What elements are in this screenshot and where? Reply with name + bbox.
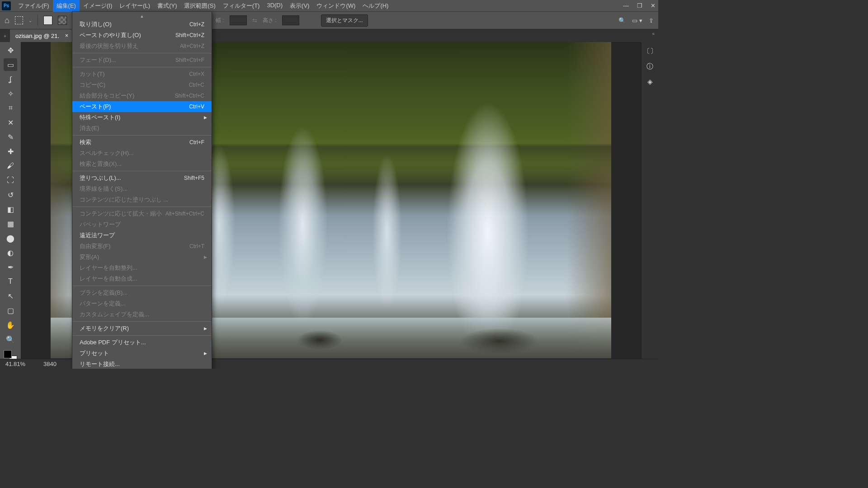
close-button[interactable]: ✕ bbox=[651, 2, 656, 9]
marquee-tool-icon[interactable] bbox=[15, 16, 23, 24]
tool-magic[interactable]: ✧ bbox=[4, 87, 17, 100]
option-width-input[interactable] bbox=[230, 15, 247, 25]
option-height-input[interactable] bbox=[282, 15, 299, 25]
tool-eyedrop[interactable]: ✎ bbox=[4, 131, 17, 143]
menu-書式[interactable]: 書式(Y) bbox=[154, 0, 180, 12]
toolbox: ✥▭ʆ✧⌗✕✎✚🖌⛶↺◧▦⬤◐✒T↖▢✋🔍 bbox=[0, 42, 21, 369]
menu-item[interactable]: メモリをクリア(R) bbox=[72, 323, 212, 334]
menu-ウィンドウ[interactable]: ウィンドウ(W) bbox=[313, 0, 359, 12]
menu-item[interactable]: プリセット bbox=[72, 348, 212, 359]
selection-add-icon[interactable] bbox=[58, 16, 67, 25]
menu-item[interactable]: 遠近法ワープ bbox=[72, 230, 212, 241]
tool-pen[interactable]: ✒ bbox=[4, 261, 17, 273]
menu-表示[interactable]: 表示(V) bbox=[286, 0, 313, 12]
share-icon[interactable]: ⇪ bbox=[649, 17, 654, 24]
menu-item-shortcut: Shift+F5 bbox=[184, 175, 204, 181]
menu-item[interactable]: 特殊ペースト(I) bbox=[72, 112, 212, 123]
minimize-button[interactable]: — bbox=[623, 2, 629, 9]
menu-item: 最後の状態を切り替えAlt+Ctrl+Z bbox=[72, 41, 212, 52]
menu-item: 自由変形(F)Ctrl+T bbox=[72, 241, 212, 252]
menu-レイヤー[interactable]: レイヤー(L) bbox=[116, 0, 154, 12]
tab-expand-icon[interactable]: » bbox=[0, 29, 10, 42]
tool-type[interactable]: T bbox=[4, 275, 17, 288]
menu-item-label: カット(T) bbox=[80, 70, 105, 78]
tool-frame[interactable]: ✕ bbox=[4, 116, 17, 129]
menu-ファイル[interactable]: ファイル(F) bbox=[14, 0, 53, 12]
menu-item[interactable]: 取り消し(O)Ctrl+Z bbox=[72, 19, 212, 30]
tool-zoom[interactable]: 🔍 bbox=[4, 333, 17, 346]
menu-イメージ[interactable]: イメージ(I) bbox=[80, 0, 116, 12]
document-tab-label: ozisan.jpg @ 21. bbox=[15, 33, 59, 39]
panel-icon-properties[interactable]: 〔〕 bbox=[646, 47, 655, 56]
close-tab-icon[interactable]: × bbox=[65, 33, 68, 39]
menu-item-label: メモリをクリア(R) bbox=[80, 324, 129, 333]
tool-dodge[interactable]: ◐ bbox=[4, 246, 17, 259]
menu-item-label: レイヤーを自動合成... bbox=[80, 275, 137, 283]
tool-eraser[interactable]: ◧ bbox=[4, 203, 17, 216]
panel-expand-icon[interactable]: « bbox=[652, 31, 655, 36]
tool-heal[interactable]: ✚ bbox=[4, 145, 17, 158]
menu-編集[interactable]: 編集(E) bbox=[53, 0, 80, 12]
menu-item-label: Adobe PDF プリセット... bbox=[80, 338, 146, 347]
document-tab[interactable]: ozisan.jpg @ 21. × bbox=[10, 29, 72, 42]
menu-item: レイヤーを自動合成... bbox=[72, 273, 212, 284]
menu-item: パターンを定義... bbox=[72, 298, 212, 309]
menu-item: 検索と置換(X)... bbox=[72, 159, 212, 169]
tool-brush[interactable]: 🖌 bbox=[4, 160, 17, 172]
menu-ヘルプ[interactable]: ヘルプ(H) bbox=[359, 0, 392, 12]
menu-item-label: 検索と置換(X)... bbox=[80, 160, 122, 168]
tool-hand[interactable]: ✋ bbox=[4, 319, 17, 331]
search-icon[interactable]: 🔍 bbox=[618, 17, 626, 24]
menu-item: 変形(A) bbox=[72, 252, 212, 263]
menu-item-shortcut: Ctrl+Z bbox=[189, 21, 204, 28]
menu-item-label: コピー(C) bbox=[80, 81, 105, 89]
menu-item[interactable]: リモート接続... bbox=[72, 359, 212, 369]
tool-move[interactable]: ✥ bbox=[4, 44, 17, 56]
window-controls: — ❐ ✕ bbox=[623, 0, 656, 11]
tool-stamp[interactable]: ⛶ bbox=[4, 174, 17, 187]
menu-3d[interactable]: 3D(D) bbox=[263, 0, 286, 12]
panel-icon-info[interactable]: ⓘ bbox=[646, 62, 655, 71]
workspace-icon[interactable]: ▭ ▾ bbox=[632, 17, 642, 24]
selection-new-icon[interactable] bbox=[43, 16, 52, 25]
zoom-level[interactable]: 41.81% bbox=[5, 361, 25, 367]
menu-選択範囲[interactable]: 選択範囲(S) bbox=[180, 0, 219, 12]
menu-item-label: 特殊ペースト(I) bbox=[80, 113, 120, 122]
menu-item-shortcut: Ctrl+V bbox=[189, 103, 204, 110]
tool-crop[interactable]: ⌗ bbox=[4, 102, 17, 114]
home-icon[interactable]: ⌂ bbox=[5, 16, 9, 25]
menu-item[interactable]: Adobe PDF プリセット... bbox=[72, 337, 212, 348]
tool-artboard[interactable]: ▢ bbox=[4, 304, 17, 317]
menu-item[interactable]: ペーストのやり直し(O)Shift+Ctrl+Z bbox=[72, 30, 212, 41]
menu-item: カット(T)Ctrl+X bbox=[72, 69, 212, 80]
menu-item-shortcut: Ctrl+C bbox=[189, 82, 204, 88]
menu-item-shortcut: Ctrl+F bbox=[189, 139, 204, 145]
maximize-button[interactable]: ❐ bbox=[637, 2, 642, 9]
menu-item-label: プリセット bbox=[80, 349, 109, 357]
tool-lasso[interactable]: ʆ bbox=[4, 73, 17, 85]
menu-item[interactable]: ペースト(P)Ctrl+V bbox=[72, 101, 212, 112]
menu-item[interactable]: 検索Ctrl+F bbox=[72, 137, 212, 148]
menu-item-label: 最後の状態を切り替え bbox=[80, 42, 138, 50]
menu-item[interactable]: 塗りつぶし(L)...Shift+F5 bbox=[72, 173, 212, 183]
menu-フィルター[interactable]: フィルター(T) bbox=[219, 0, 264, 12]
menu-item-shortcut: Shift+Ctrl+Z bbox=[175, 32, 204, 38]
tool-blur[interactable]: ⬤ bbox=[4, 232, 17, 244]
menu-item: 境界線を描く(S)... bbox=[72, 183, 212, 194]
tool-history[interactable]: ↺ bbox=[4, 188, 17, 201]
select-and-mask-button[interactable]: 選択とマスク... bbox=[321, 14, 368, 27]
panel-icon-layers[interactable]: ◈ bbox=[646, 77, 655, 86]
app-logo: Ps bbox=[2, 1, 11, 10]
document-info[interactable]: 3840 bbox=[43, 361, 57, 367]
option-width-label: 幅 : bbox=[216, 17, 224, 24]
option-height-label: 高さ : bbox=[263, 17, 277, 24]
tool-select[interactable]: ↖ bbox=[4, 290, 17, 302]
tool-marquee[interactable]: ▭ bbox=[4, 58, 17, 71]
menu-scroll-up[interactable]: ▲ bbox=[72, 14, 212, 19]
menu-item-shortcut: Shift+Ctrl+F bbox=[175, 57, 204, 63]
menu-item-shortcut: Ctrl+T bbox=[189, 243, 204, 249]
tool-gradient[interactable]: ▦ bbox=[4, 217, 17, 230]
menu-item: スペルチェック(H)... bbox=[72, 148, 212, 159]
menu-item-label: パペットワープ bbox=[80, 221, 121, 229]
menu-item-label: ブラシを定義(B)... bbox=[80, 289, 127, 297]
